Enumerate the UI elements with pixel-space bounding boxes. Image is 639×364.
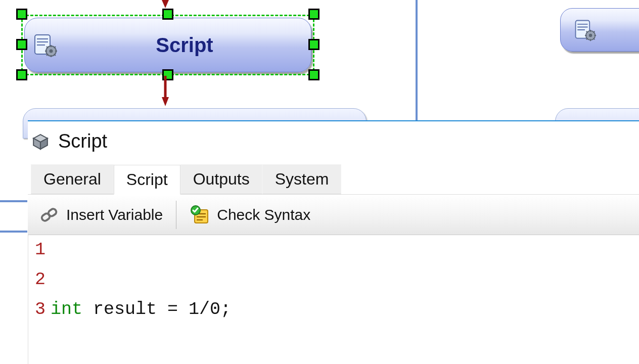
svg-marker-1 — [162, 0, 169, 8]
svg-point-17 — [589, 34, 592, 37]
canvas-hline — [0, 200, 27, 202]
insert-variable-label: Insert Variable — [66, 206, 163, 223]
script-node-icon — [573, 18, 597, 42]
resize-handle-s[interactable] — [162, 69, 173, 80]
code-area[interactable]: int result = 1/0; workflow.setVariable("… — [48, 235, 639, 364]
insert-variable-button[interactable]: Insert Variable — [33, 202, 169, 228]
svg-point-4 — [50, 50, 53, 53]
line-number: 3 — [28, 295, 45, 325]
panel-tabs: General Script Outputs System — [28, 164, 639, 194]
toolbar-separator — [176, 201, 176, 229]
resize-handle-sw[interactable] — [16, 69, 27, 80]
chain-icon — [39, 205, 59, 225]
tab-outputs[interactable]: Outputs — [180, 164, 262, 194]
tab-script[interactable]: Script — [114, 165, 180, 195]
check-syntax-icon — [190, 205, 210, 225]
resize-handle-ne[interactable] — [308, 9, 320, 20]
resize-handle-nw[interactable] — [16, 9, 27, 20]
tab-system[interactable]: System — [262, 164, 342, 194]
resize-handle-e[interactable] — [308, 39, 320, 50]
script-node-icon — [32, 32, 58, 58]
tab-general[interactable]: General — [31, 164, 114, 194]
script-toolbar: Insert Variable Check Syntax — [28, 195, 639, 235]
svg-marker-14 — [162, 97, 169, 106]
resize-handle-se[interactable] — [308, 69, 320, 80]
properties-panel: Script General Script Outputs System Ins… — [28, 120, 639, 364]
panel-title: Script — [58, 130, 107, 152]
code-text: result = 1/0; — [82, 299, 231, 320]
check-syntax-label: Check Syntax — [217, 206, 310, 223]
panel-header: Script — [28, 121, 639, 164]
check-syntax-button[interactable]: Check Syntax — [184, 202, 316, 228]
line-number-gutter: 1 2 3 — [28, 235, 48, 364]
tab-content: Insert Variable Check Syntax — [28, 194, 639, 364]
workflow-canvas[interactable]: Script — [0, 0, 639, 121]
cube-icon — [32, 133, 49, 150]
flow-arrow-in — [162, 0, 169, 8]
node-body[interactable]: Script — [24, 18, 311, 72]
svg-rect-30 — [48, 207, 58, 217]
canvas-guide-line — [416, 0, 418, 121]
line-number: 2 — [28, 265, 45, 295]
code-line[interactable]: int result = 1/0; — [48, 295, 639, 325]
resize-handle-w[interactable] — [16, 39, 27, 50]
code-editor[interactable]: 1 2 3 int result = 1/0; workflow.setVari… — [28, 235, 639, 364]
code-keyword: int — [51, 299, 82, 320]
line-number: 1 — [28, 235, 45, 265]
canvas-hline — [0, 231, 27, 233]
node-peek-right[interactable] — [560, 8, 639, 52]
node-label: Script — [58, 34, 311, 57]
selected-node-script[interactable]: Script — [16, 9, 320, 81]
resize-handle-n[interactable] — [162, 9, 173, 20]
